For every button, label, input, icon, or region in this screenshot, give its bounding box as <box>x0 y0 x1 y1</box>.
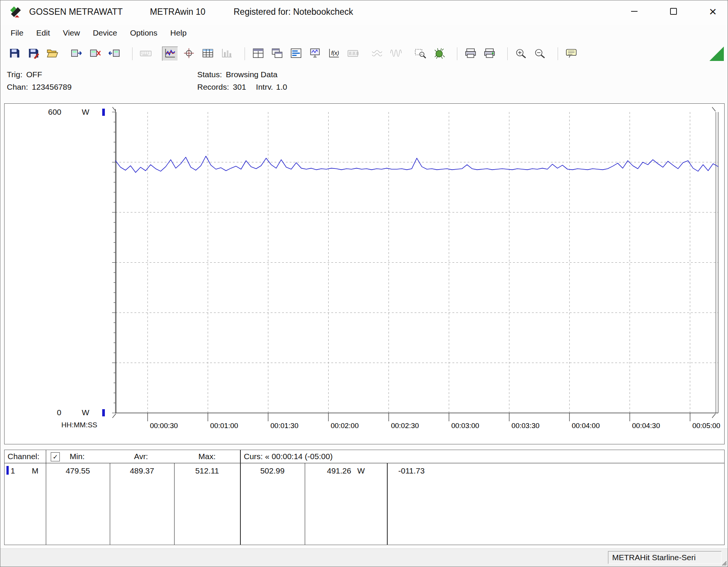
print-icon <box>465 48 477 60</box>
table-divider <box>305 463 305 545</box>
device-display-icon: 8.8.8 <box>347 48 359 60</box>
toolbar-button-zoom-in[interactable] <box>513 47 529 61</box>
toolbar-separator <box>132 47 133 60</box>
x-axis-label: HH:MM:SS <box>61 421 97 429</box>
toolbar-button-line-chart[interactable] <box>162 47 178 61</box>
menu-item-edit[interactable]: Edit <box>30 25 56 41</box>
toolbar-button-cascade-windows[interactable] <box>269 47 285 61</box>
toolbar-button-device-export[interactable] <box>106 47 122 61</box>
col-header-cursor: Curs: « 00:00:14 (-05:00) <box>244 452 333 461</box>
minimize-icon <box>631 11 638 12</box>
trig-value: OFF <box>26 70 42 79</box>
timeline-icon <box>290 48 302 60</box>
toolbar-button-split-wave <box>369 47 385 61</box>
device-export-icon <box>108 48 120 60</box>
toolbar-button-zoom-select[interactable] <box>412 47 428 61</box>
toolbar-button-bug[interactable] <box>431 47 447 61</box>
toolbar-button-save[interactable] <box>6 47 22 61</box>
toolbar-button-crosshair[interactable] <box>181 47 197 61</box>
toolbar-button-print[interactable] <box>463 47 479 61</box>
status-value: Browsing Data <box>226 70 277 79</box>
menu-item-file[interactable]: File <box>4 25 30 41</box>
resize-grip-icon[interactable] <box>719 558 727 566</box>
power-chart[interactable]: 00:00:3000:01:0000:01:3000:02:0000:02:30… <box>110 106 721 433</box>
row-min: 479.55 <box>46 466 110 475</box>
bug-icon <box>433 48 445 60</box>
measurement-table: Channel: ✓ Min: Avr: Max: Curs: « 00:00:… <box>4 450 725 545</box>
zoom-in-icon <box>515 48 527 60</box>
device-clear-icon <box>89 48 101 60</box>
corner-triangle-icon <box>709 47 724 61</box>
toolbar: f(x)8.8.8 <box>0 41 728 66</box>
maximize-button[interactable] <box>665 3 682 19</box>
fx-icon: f(x) <box>328 48 340 60</box>
metrawin-window: GOSSEN METRAWATT METRAwin 10 Registered … <box>0 0 728 567</box>
titlebar: GOSSEN METRAWATT METRAwin 10 Registered … <box>0 0 728 25</box>
interval-value: 1.0 <box>276 83 287 91</box>
toolbar-button-device-read[interactable] <box>69 47 84 61</box>
table-divider <box>110 463 110 545</box>
row-avr: 489.37 <box>110 466 174 475</box>
toolbar-button-open[interactable] <box>44 47 60 61</box>
device-read-icon <box>70 48 83 60</box>
keyboard-icon <box>140 48 152 60</box>
toolbar-button-print-setup[interactable] <box>482 47 497 61</box>
window-controls <box>625 3 722 19</box>
row-cursor2-value: 491.26 <box>327 466 351 475</box>
toolbar-group <box>138 47 157 61</box>
menu-item-view[interactable]: View <box>56 25 86 41</box>
table-header-divider <box>5 463 724 463</box>
table-divider <box>387 463 388 545</box>
title-app-name: METRAwin 10 <box>150 7 206 17</box>
toolbar-button-timeline[interactable] <box>288 47 304 61</box>
toolbar-button-zoom-out[interactable] <box>532 47 548 61</box>
toolbar-button-fx[interactable]: f(x) <box>326 47 342 61</box>
toolbar-group: f(x)8.8.8 <box>250 47 364 61</box>
row-channel-mode: M <box>32 466 39 475</box>
toolbar-button-table-view[interactable] <box>200 47 216 61</box>
svg-text:8.8.8: 8.8.8 <box>349 51 359 56</box>
status-label: Status: <box>197 70 222 79</box>
save-as-icon <box>27 48 39 60</box>
menu-item-device[interactable]: Device <box>86 25 123 41</box>
toolbar-group <box>69 47 125 61</box>
toolbar-button-tile-windows[interactable] <box>250 47 266 61</box>
y-axis-unit-top: W <box>82 107 89 117</box>
row-cursor1: 502.99 <box>240 466 305 475</box>
split-wave-icon <box>371 48 383 60</box>
toolbar-separator <box>457 47 457 60</box>
toolbar-button-device-clear[interactable] <box>87 47 103 61</box>
menu-item-options[interactable]: Options <box>123 25 164 41</box>
trig-label: Trig: <box>7 70 22 79</box>
line-chart-icon <box>164 48 176 60</box>
svg-text:f(x): f(x) <box>331 50 339 56</box>
table-divider <box>174 463 175 545</box>
toolbar-button-keyboard <box>138 47 154 61</box>
toolbar-button-note[interactable] <box>563 47 579 61</box>
toolbar-button-monitor[interactable] <box>307 47 323 61</box>
menu-item-help[interactable]: Help <box>164 25 193 41</box>
channel-visible-checkbox[interactable]: ✓ <box>51 452 60 461</box>
minimize-button[interactable] <box>625 3 643 19</box>
toolbar-group <box>6 47 63 61</box>
toolbar-separator <box>558 47 558 60</box>
channel-color-marker <box>6 466 9 475</box>
svg-text:00:02:00: 00:02:00 <box>331 422 359 430</box>
table-divider <box>240 450 241 545</box>
save-icon <box>8 48 20 60</box>
chan-label: Chan: <box>7 83 28 91</box>
close-button[interactable] <box>704 3 722 19</box>
svg-text:00:05:00: 00:05:00 <box>692 422 720 430</box>
title-brand: GOSSEN METRAWATT <box>29 7 123 17</box>
col-header-avr: Avr: <box>134 452 148 461</box>
cascade-windows-icon <box>271 48 283 60</box>
monitor-icon <box>309 48 321 60</box>
menubar: FileEditViewDeviceOptionsHelp <box>0 25 728 41</box>
svg-text:00:03:00: 00:03:00 <box>451 422 479 430</box>
y-axis-min-label: 0 <box>37 408 61 417</box>
row-cursor-delta: -011.73 <box>398 466 425 475</box>
row-channel-number: 1 <box>11 466 15 475</box>
toolbar-button-save-as[interactable] <box>25 47 41 61</box>
toolbar-group <box>463 47 500 61</box>
app-status: Status:Browsing Data <box>197 70 277 79</box>
